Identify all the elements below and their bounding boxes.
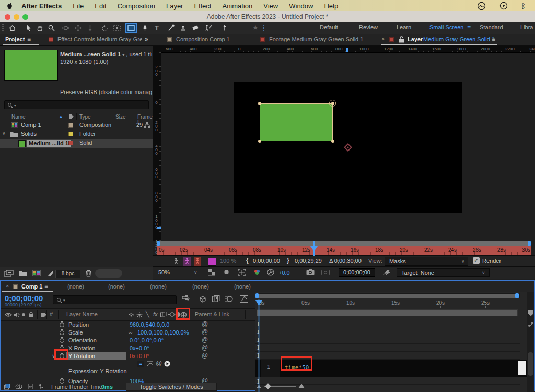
expand-layer-switches-icon[interactable] <box>4 384 11 390</box>
property-value[interactable]: 100.0,100.0,100.0% <box>137 329 189 336</box>
timeline-panel-menu-icon[interactable]: ≡ <box>44 283 48 290</box>
project-search-input[interactable]: ▾ <box>4 100 149 109</box>
menu-effect[interactable]: Effect <box>194 2 211 10</box>
viewer-time-navigator[interactable] <box>157 241 531 246</box>
navigator-end-handle[interactable] <box>515 293 519 298</box>
menu-animation[interactable]: Animation <box>222 2 252 10</box>
timeline-time-ruler[interactable]: 0s 05s 10s 15s 20s 25s <box>255 299 520 308</box>
workspace-learn[interactable]: Learn <box>397 24 411 30</box>
new-composition-icon[interactable] <box>32 270 41 276</box>
frame-blend-switch-icon[interactable] <box>160 312 167 317</box>
show-snapshot-icon[interactable] <box>321 269 330 275</box>
column-name[interactable]: Name <box>11 114 26 120</box>
menu-window[interactable]: Window <box>289 2 313 10</box>
label-column-tag-icon[interactable] <box>68 114 74 119</box>
vertical-scrollbar-thumb[interactable] <box>528 352 533 376</box>
project-flowchart-icon[interactable] <box>47 270 54 277</box>
menu-layer[interactable]: Layer <box>166 2 183 10</box>
shy-switch-icon[interactable] <box>128 312 134 318</box>
pixel-aspect-icon[interactable] <box>383 269 391 276</box>
zoom-tool-icon[interactable] <box>48 24 55 32</box>
mask-vertex-handle[interactable] <box>258 102 261 105</box>
workspace-libraries[interactable]: Libra <box>520 24 533 30</box>
tab-project[interactable]: Project <box>5 36 25 42</box>
workspace-default[interactable]: Default <box>320 24 338 30</box>
expression-language-menu-icon[interactable] <box>164 361 170 367</box>
stamp-tool-icon[interactable] <box>179 24 187 32</box>
expand-chevron-icon[interactable]: ∨ <box>2 131 6 136</box>
audio-icon[interactable] <box>14 312 20 318</box>
new-folder-icon[interactable] <box>19 270 27 276</box>
channel-settings-icon[interactable] <box>253 269 261 276</box>
row-name-selected[interactable]: Medium ...lid 1 <box>27 140 71 147</box>
sort-ascending-icon[interactable]: ▲ <box>59 114 63 119</box>
viewer-playhead[interactable] <box>310 241 318 256</box>
eraser-tool-icon[interactable] <box>191 24 200 31</box>
quality-switch-icon[interactable]: ╲ <box>146 311 149 318</box>
pan-camera-tool-icon[interactable] <box>74 24 82 32</box>
timeline-search-input[interactable]: ▾ <box>53 295 177 304</box>
apple-menu-icon[interactable] <box>6 2 13 10</box>
expression-text[interactable]: time*50 <box>285 364 309 371</box>
property-row-scale[interactable]: Scale ∞ 100.0,100.0,100.0% @ <box>1 329 255 337</box>
timeline-navigator[interactable] <box>255 293 520 298</box>
navigator-bar[interactable] <box>160 241 528 246</box>
workspace-standard[interactable]: Standard <box>480 24 503 30</box>
property-value[interactable]: 960.0,540.0,0.0 <box>130 321 169 328</box>
expand-transfer-controls-icon[interactable] <box>15 384 22 390</box>
zoom-in-mountain-icon[interactable] <box>298 384 305 388</box>
menu-view[interactable]: View <box>263 2 278 10</box>
toolbar-grip[interactable] <box>2 24 4 32</box>
column-parent-link[interactable]: Parent & Link <box>195 311 229 317</box>
column-size[interactable]: Size <box>115 114 125 120</box>
work-area-bar[interactable] <box>257 309 518 316</box>
tab-comp1[interactable]: Comp 1 <box>21 283 42 290</box>
viewer-time-ruler[interactable]: 0s 02s 04s 06s 08s 10s 12s 14s 16s 18s 2… <box>157 246 531 255</box>
navigator-end-handle[interactable] <box>528 241 531 246</box>
stopwatch-icon[interactable] <box>60 330 64 335</box>
chevron-down-icon[interactable]: ∨ <box>194 270 197 275</box>
roto-brush-tool-icon[interactable] <box>204 24 213 32</box>
3d-layer-switch-icon[interactable] <box>180 312 187 318</box>
menu-help[interactable]: Help <box>324 2 338 10</box>
mask-vertex-handle[interactable] <box>331 140 334 143</box>
workspace-menu-icon[interactable]: ≡ <box>467 24 471 31</box>
footage-thumbnail[interactable] <box>4 50 58 81</box>
eye-icon[interactable] <box>5 312 12 317</box>
out-point-time[interactable]: 0;00;29;29 <box>295 258 322 264</box>
tab-none-1[interactable]: (none) <box>67 283 84 290</box>
take-snapshot-icon[interactable] <box>306 269 315 275</box>
mask-opacity-value[interactable]: 100 % <box>220 258 236 264</box>
interpret-footage-icon[interactable] <box>4 270 15 277</box>
effects-switch-icon[interactable]: fx <box>153 311 158 317</box>
label-color-red[interactable] <box>68 141 73 145</box>
tab-layer-prefix[interactable]: Layer <box>408 36 423 42</box>
table-row-solids[interactable]: ∨ Solids Folder <box>0 130 153 139</box>
project-panel-menu-icon[interactable]: ≡ <box>27 36 31 43</box>
tab-none-5[interactable]: (none) <box>234 283 251 290</box>
property-row-orientation[interactable]: Orientation 0.0°,0.0°,0.0° @ <box>1 337 255 344</box>
label-color-yellow[interactable] <box>68 132 73 136</box>
navigator-start-handle[interactable] <box>157 241 160 246</box>
dolly-camera-tool-icon[interactable] <box>87 24 94 32</box>
menu-edit[interactable]: Edit <box>95 2 106 10</box>
safe-margins-icon[interactable] <box>223 269 230 275</box>
render-person-icon[interactable] <box>194 257 201 266</box>
comp-marker-button[interactable] <box>528 309 534 316</box>
stopwatch-icon[interactable] <box>60 322 64 327</box>
label-color-tan[interactable] <box>68 123 73 128</box>
draft-3d-icon[interactable] <box>199 295 207 303</box>
tab-composition[interactable]: Composition Comp 1 <box>176 36 230 42</box>
workspace-small-screen[interactable]: Small Screen <box>429 24 463 30</box>
pickwhip-icon[interactable]: @ <box>202 353 208 358</box>
tab-none-4[interactable]: (none) <box>192 283 209 290</box>
expand-parent-column-icon[interactable] <box>38 384 45 390</box>
lock-icon[interactable] <box>28 312 34 318</box>
property-label-selected[interactable]: Y Rotation <box>66 352 126 360</box>
row-name[interactable]: Solids <box>21 131 37 137</box>
footage-name-dropdown-icon[interactable]: ▾ <box>122 53 124 57</box>
rectangle-tool-selected[interactable] <box>125 23 137 33</box>
solo-icon[interactable] <box>22 313 25 316</box>
search-dropdown-icon[interactable]: ▾ <box>63 298 65 303</box>
magnification-select[interactable]: 50% <box>158 269 170 275</box>
